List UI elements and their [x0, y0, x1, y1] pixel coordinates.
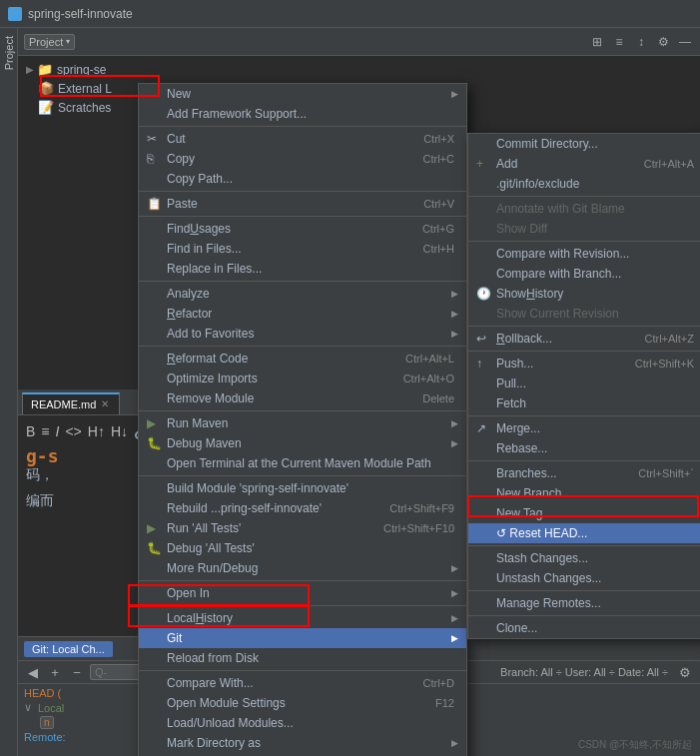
tab-close-icon[interactable]: ✕ — [101, 398, 109, 409]
project-dropdown[interactable]: Project ▾ — [24, 34, 75, 50]
tab-readme-label: README.md — [31, 398, 96, 410]
tree-root-label: spring-se — [57, 63, 106, 77]
git-clone[interactable]: Clone... — [468, 618, 700, 638]
debug-maven-icon: 🐛 — [147, 436, 162, 450]
git-rebase[interactable]: Rebase... — [468, 438, 700, 458]
git-compare-revision[interactable]: Compare with Revision... — [468, 244, 700, 264]
menu-item-reformat[interactable]: Reformat CodeCtrl+Alt+L — [139, 349, 466, 369]
git-new-tag[interactable]: New Tag... — [468, 503, 700, 523]
menu-item-mark-directory[interactable]: Mark Directory as — [139, 733, 466, 753]
cut-shortcut: Ctrl+X — [403, 133, 454, 145]
list-btn[interactable]: ≡ — [41, 423, 49, 439]
git-push[interactable]: ↑ Push...Ctrl+Shift+K — [468, 354, 700, 374]
menu-item-local-history[interactable]: Local History — [139, 608, 466, 628]
menu-item-open-module-settings[interactable]: Open Module SettingsF12 — [139, 693, 466, 713]
git-commit-dir[interactable]: Commit Directory... — [468, 134, 700, 154]
debug-tests-icon: 🐛 — [147, 541, 162, 555]
scratches-label: Scratches — [58, 101, 111, 115]
git-reset-head[interactable]: ↺ Reset HEAD... — [468, 523, 700, 543]
menu-item-optimize-imports[interactable]: Optimize ImportsCtrl+Alt+O — [139, 369, 466, 388]
minimize-icon[interactable]: — — [676, 33, 694, 51]
menu-item-replace[interactable]: Replace in Files... — [139, 259, 466, 279]
menu-item-find-usages[interactable]: Find UsagesCtrl+G — [139, 219, 466, 239]
history-icon: 🕐 — [476, 287, 491, 301]
push-icon: ↑ — [476, 357, 482, 371]
bottom-settings-icon[interactable]: ⚙ — [676, 665, 694, 680]
dropdown-arrow-icon: ▾ — [66, 37, 70, 46]
menu-item-compare-with[interactable]: Compare With...Ctrl+D — [139, 673, 466, 693]
cut-icon: ✂ — [147, 132, 157, 146]
menu-item-open-terminal[interactable]: Open Terminal at the Current Maven Modul… — [139, 453, 466, 473]
git-new-branch[interactable]: New Branch... — [468, 483, 700, 503]
git-branches[interactable]: Branches...Ctrl+Shift+` — [468, 463, 700, 483]
git-annotate: Annotate with Git Blame — [468, 199, 700, 219]
align-icon[interactable]: ≡ — [610, 33, 628, 51]
menu-item-debug-maven[interactable]: 🐛 Debug Maven — [139, 433, 466, 453]
find-files-shortcut: Ctrl+H — [403, 243, 454, 255]
menu-item-git[interactable]: Git — [139, 628, 466, 648]
app-icon — [8, 7, 22, 21]
copy-icon: ⎘ — [147, 152, 154, 166]
menu-item-reload[interactable]: Reload from Disk — [139, 648, 466, 668]
menu-item-refactor[interactable]: Refactor — [139, 304, 466, 324]
git-unstash[interactable]: Unstash Changes... — [468, 568, 700, 588]
h-up-btn[interactable]: H↑ — [88, 423, 105, 439]
bottom-tab-git[interactable]: Git: Local Ch... — [24, 641, 113, 657]
paste-icon: 📋 — [147, 197, 162, 211]
code-btn[interactable]: <> — [65, 423, 81, 439]
menu-item-rebuild[interactable]: Rebuild ...pring-self-innovate'Ctrl+Shif… — [139, 498, 466, 518]
layout-icon[interactable]: ⊞ — [588, 33, 606, 51]
git-manage-remotes[interactable]: Manage Remotes... — [468, 593, 700, 613]
sort-icon[interactable]: ↕ — [632, 33, 650, 51]
git-fetch[interactable]: Fetch — [468, 393, 700, 413]
git-show-diff: Show Diff — [468, 219, 700, 239]
menu-item-debug-tests[interactable]: 🐛 Debug 'All Tests' — [139, 538, 466, 558]
git-merge[interactable]: ↗ Merge... — [468, 418, 700, 438]
menu-item-run-tests[interactable]: ▶ Run 'All Tests'Ctrl+Shift+F10 — [139, 518, 466, 538]
menu-item-paste[interactable]: 📋 PasteCtrl+V — [139, 194, 466, 214]
italic-btn[interactable]: I — [56, 423, 60, 439]
menu-item-build-module[interactable]: Build Module 'spring-self-innovate' — [139, 478, 466, 498]
git-rollback[interactable]: ↩ Rollback...Ctrl+Alt+Z — [468, 329, 700, 349]
menu-item-open-in[interactable]: Open In — [139, 583, 466, 603]
bottom-minus-icon[interactable]: − — [68, 665, 86, 680]
bold-btn[interactable]: B — [26, 423, 35, 439]
main-layout: Project Project ▾ ⊞ ≡ ↕ ⚙ — ▶ 📁 spring-s… — [0, 28, 700, 756]
copy-shortcut: Ctrl+C — [403, 153, 454, 165]
git-pull[interactable]: Pull... — [468, 374, 700, 393]
menu-item-favorites[interactable]: Add to Favorites — [139, 324, 466, 344]
merge-icon: ↗ — [476, 421, 486, 435]
scratches-icon: 📝 — [38, 100, 54, 115]
menu-item-find-files[interactable]: Find in Files...Ctrl+H — [139, 239, 466, 259]
menu-item-remove-module[interactable]: Remove ModuleDelete — [139, 388, 466, 408]
branch-filter-label: Branch: All ÷ User: All ÷ Date: All ÷ — [500, 666, 668, 678]
git-add[interactable]: + AddCtrl+Alt+A — [468, 154, 700, 174]
menu-item-more-run[interactable]: More Run/Debug — [139, 558, 466, 578]
sidebar-left: Project — [0, 28, 18, 756]
content-area: Project ▾ ⊞ ≡ ↕ ⚙ — ▶ 📁 spring-se 📦 Exte… — [18, 28, 700, 756]
menu-item-copy-path[interactable]: Copy Path... — [139, 169, 466, 189]
rebuild-shortcut: Ctrl+Shift+F9 — [369, 502, 454, 514]
tab-readme[interactable]: README.md ✕ — [22, 392, 120, 414]
settings-icon[interactable]: ⚙ — [654, 33, 672, 51]
menu-item-framework[interactable]: Add Framework Support... — [139, 104, 466, 124]
menu-item-new[interactable]: New — [139, 84, 466, 104]
project-sidebar-tab[interactable]: Project — [1, 32, 17, 74]
menu-item-cut[interactable]: ✂ CutCtrl+X — [139, 129, 466, 149]
h-down-btn[interactable]: H↓ — [111, 423, 128, 439]
menu-item-copy[interactable]: ⎘ CopyCtrl+C — [139, 149, 466, 169]
menu-item-run-maven[interactable]: ▶ Run Maven — [139, 413, 466, 433]
menu-item-load-unload[interactable]: Load/Unload Modules... — [139, 713, 466, 733]
bottom-left-icon[interactable]: ◀ — [24, 665, 42, 680]
tool-header: Project ▾ ⊞ ≡ ↕ ⚙ — — [18, 28, 700, 56]
menu-item-analyze[interactable]: Analyze — [139, 284, 466, 304]
optimize-shortcut: Ctrl+Alt+O — [383, 373, 454, 384]
tree-root-item[interactable]: ▶ 📁 spring-se — [18, 60, 700, 79]
git-stash[interactable]: Stash Changes... — [468, 548, 700, 568]
bottom-plus-icon[interactable]: + — [46, 665, 64, 680]
git-info-exclude[interactable]: .git/info/exclude — [468, 174, 700, 194]
module-settings-shortcut: F12 — [415, 697, 454, 709]
run-tests-shortcut: Ctrl+Shift+F10 — [363, 522, 454, 534]
git-show-history[interactable]: 🕐 Show History — [468, 284, 700, 304]
git-compare-branch[interactable]: Compare with Branch... — [468, 264, 700, 284]
